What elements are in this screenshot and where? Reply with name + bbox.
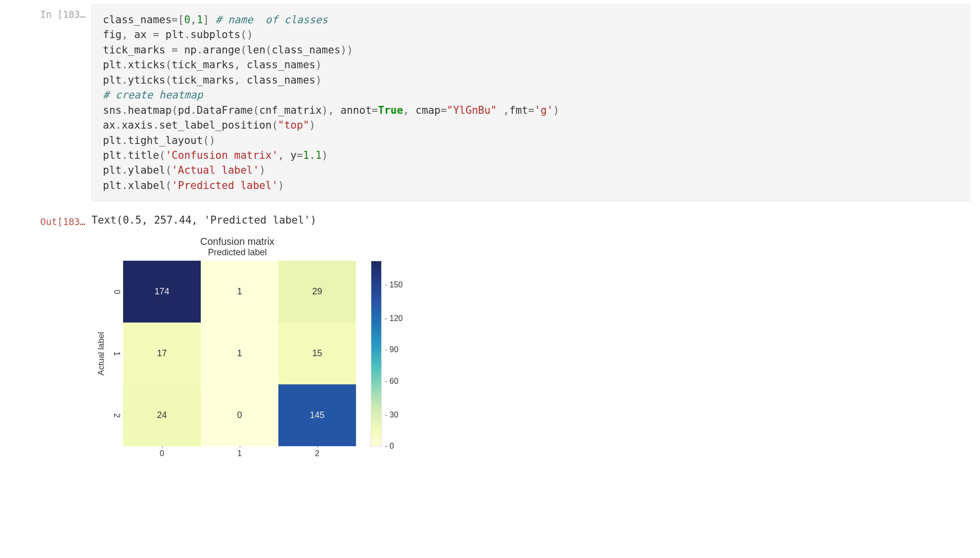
y-ticks: 012 bbox=[108, 261, 123, 446]
input-prompt: In [183… bbox=[10, 4, 91, 20]
x-tick: 0 bbox=[123, 449, 201, 458]
x-tick: 1 bbox=[201, 449, 278, 458]
heatmap-cell: 24 bbox=[123, 384, 201, 446]
heatmap-cell: 1 bbox=[201, 323, 278, 384]
heatmap-grid: 17412917115240145 bbox=[123, 261, 356, 446]
colorbar-tick: 60 bbox=[385, 377, 399, 386]
y-axis-label: Actual label bbox=[96, 332, 106, 375]
x-ticks: 012 bbox=[123, 449, 457, 458]
colorbar-tick: 30 bbox=[385, 411, 399, 419]
output-cell: Out[183… Text(0.5, 257.44, 'Predicted la… bbox=[10, 211, 970, 458]
colorbar-ticks: 1501209060300 bbox=[382, 261, 411, 446]
y-tick: 2 bbox=[108, 384, 123, 446]
output-area: Text(0.5, 257.44, 'Predicted label') Con… bbox=[91, 211, 970, 458]
colorbar: 1501209060300 bbox=[371, 261, 411, 446]
colorbar-gradient bbox=[371, 261, 382, 446]
colorbar-tick: 0 bbox=[385, 442, 394, 451]
heatmap-cell: 15 bbox=[278, 323, 356, 384]
code-block: class_names=[0,1] # name of classes fig,… bbox=[103, 12, 959, 193]
colorbar-tick: 120 bbox=[385, 314, 402, 323]
output-text: Text(0.5, 257.44, 'Predicted label') bbox=[91, 214, 970, 226]
confusion-matrix-figure: Confusion matrix Predicted label Actual … bbox=[96, 236, 457, 458]
output-prompt: Out[183… bbox=[10, 211, 91, 227]
heatmap-cell: 0 bbox=[201, 384, 278, 446]
chart-title: Confusion matrix bbox=[121, 236, 354, 247]
heatmap-cell: 1 bbox=[201, 261, 278, 323]
input-cell: In [183… class_names=[0,1] # name of cla… bbox=[10, 4, 970, 201]
x-tick: 2 bbox=[278, 449, 356, 458]
heatmap-cell: 17 bbox=[123, 323, 201, 384]
colorbar-tick: 150 bbox=[385, 280, 402, 289]
heatmap-cell: 29 bbox=[278, 261, 356, 323]
chart-top-label: Predicted label bbox=[121, 247, 354, 258]
y-tick: 0 bbox=[108, 261, 123, 323]
code-input-area[interactable]: class_names=[0,1] # name of classes fig,… bbox=[91, 4, 970, 201]
colorbar-tick: 90 bbox=[385, 345, 399, 354]
heatmap-cell: 174 bbox=[123, 261, 201, 323]
y-tick: 1 bbox=[108, 323, 123, 384]
heatmap-cell: 145 bbox=[278, 384, 356, 446]
